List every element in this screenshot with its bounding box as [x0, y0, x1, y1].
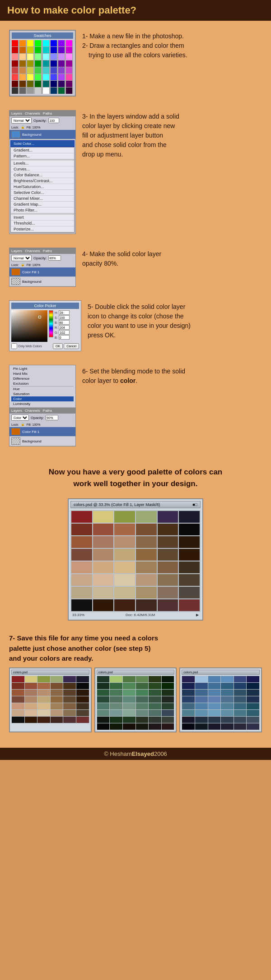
palette-cell	[162, 683, 174, 689]
opacity-input[interactable]	[48, 118, 59, 123]
menu-curves[interactable]: Curves...	[11, 166, 74, 172]
s-input[interactable]	[59, 315, 70, 320]
palette-cell	[97, 683, 110, 689]
result-cell	[71, 536, 92, 548]
step4-blend-select[interactable]: Normal	[11, 255, 32, 261]
pin-light-item[interactable]: Pin Light	[11, 366, 74, 371]
result-cell	[114, 574, 135, 586]
step6-blend-select[interactable]: Color	[11, 414, 29, 421]
menu-posterize[interactable]: Posterize...	[11, 226, 74, 232]
color-item[interactable]: Color	[11, 396, 74, 401]
step4-opacity-input[interactable]	[48, 255, 61, 261]
menu-hue-sat[interactable]: Hue/Saturation...	[11, 184, 74, 190]
grid-cell	[19, 81, 26, 87]
palette-cell	[76, 717, 89, 723]
grid-cell	[51, 87, 57, 94]
step3-line5: drop up menu.	[82, 150, 179, 159]
menu-brightness[interactable]: Brightness/Contrast...	[11, 178, 74, 184]
step1-text: 1- Make a new file in the photoshop. 2- …	[82, 30, 187, 60]
ok-button[interactable]: OK	[53, 343, 63, 349]
color-hue-bar[interactable]	[49, 310, 53, 337]
menu-selective-color[interactable]: Selective Color...	[11, 190, 74, 196]
palette-cell	[110, 723, 122, 730]
grid-cell	[35, 47, 41, 53]
grid-cell	[51, 40, 57, 46]
menu-color-balance[interactable]: Color Balance...	[11, 172, 74, 178]
grid-cell	[51, 54, 57, 60]
step4-bg-row[interactable]: Background	[9, 277, 75, 286]
palette-cell	[97, 703, 110, 709]
menu-gradient-map[interactable]: Gradient Map...	[11, 202, 74, 207]
palette2-grid	[97, 676, 175, 730]
palette-cell	[247, 676, 259, 682]
menu-photo-filter[interactable]: Photo Filter...	[11, 207, 74, 213]
step6-color-fill-row[interactable]: Color Fill 1	[9, 427, 75, 437]
palette-cell	[123, 696, 136, 703]
grid-cell	[12, 54, 18, 60]
step6-panel-tabs: Layers Channels Paths	[9, 408, 75, 414]
palette-cell	[110, 683, 122, 689]
palette-cell	[51, 690, 63, 696]
difference-item[interactable]: Difference	[11, 376, 74, 381]
grid-cell	[19, 67, 26, 74]
solid-color-menu-item[interactable]: Solid Color...	[10, 140, 75, 147]
result-cell	[158, 574, 178, 586]
h-input[interactable]	[59, 310, 70, 315]
r-input[interactable]	[59, 325, 70, 330]
palette-cell	[51, 676, 63, 682]
result-palette-panel: colors.psd @ 33.3% (Color Fill 1, Layer …	[68, 498, 203, 621]
step4-color-fill-row[interactable]: Color Fill 1	[9, 267, 75, 277]
blend-mode-select[interactable]: Normal	[11, 117, 32, 124]
menu-pattern[interactable]: Pattern...	[11, 153, 74, 159]
palette-cell	[162, 676, 174, 682]
menu-channel-mixer[interactable]: Channel Mixer...	[11, 196, 74, 202]
grid-cell	[58, 74, 65, 80]
color-gradient-square[interactable]	[11, 310, 47, 342]
cancel-button[interactable]: Cancel	[64, 343, 79, 349]
page-title: How to make color palette?	[7, 5, 136, 16]
step6-lock-row: Lock: 🔒 Fill: 100%	[9, 422, 75, 427]
middle-text-line1: Now you have a very good palette of colo…	[9, 466, 262, 478]
palette-cell	[234, 696, 247, 703]
palette-cell	[110, 696, 122, 703]
saturation-item[interactable]: Saturation	[11, 391, 74, 396]
step7-line3: and your colors are ready.	[9, 653, 262, 664]
menu-divider2	[11, 214, 74, 214]
b2-input[interactable]	[59, 335, 70, 340]
layers-normal-row: Normal Opacity:	[9, 116, 75, 124]
footer-bold: Elsayed	[132, 750, 154, 757]
result-cell	[114, 587, 135, 598]
palette-cell	[97, 723, 110, 730]
menu-invert[interactable]: Invert	[11, 215, 74, 221]
palette-cell	[12, 710, 24, 716]
layer-bg-row[interactable]: Background	[9, 130, 75, 139]
hue-item[interactable]: Hue	[11, 386, 74, 391]
exclusion-item[interactable]: Exclusion	[11, 381, 74, 386]
step-6-row: Pin Light Hard Mix Difference Exclusion …	[9, 365, 262, 446]
step4-line1: 4- Make the solid color layer	[82, 249, 161, 259]
grid-cell	[35, 40, 41, 46]
palette-cell	[182, 703, 195, 709]
palette-cell	[63, 683, 76, 689]
palette-cell	[149, 676, 161, 682]
menu-levels[interactable]: Levels...	[11, 161, 74, 166]
palette-cell	[208, 717, 221, 723]
hard-mix-item[interactable]: Hard Mix	[11, 371, 74, 376]
step6-opacity-input[interactable]	[46, 415, 58, 420]
only-web-colors-checkbox[interactable]	[11, 343, 17, 349]
grid-cell	[58, 81, 65, 87]
menu-gradient[interactable]: Gradient...	[11, 147, 74, 153]
grid-cell	[66, 40, 72, 46]
b-input[interactable]	[59, 320, 70, 325]
luminosity-item[interactable]: Luminosity	[11, 401, 74, 406]
g-input[interactable]	[59, 330, 70, 335]
palette-cell	[37, 690, 50, 696]
palette-cell	[12, 696, 24, 703]
menu-threshold[interactable]: Threshold...	[11, 221, 74, 226]
step-4-row: Layers Channels Paths Normal Opacity: Lo…	[9, 248, 262, 287]
step6-bg-row[interactable]: Background	[9, 437, 75, 446]
main-content: Swatches 1- Make a new file in the photo…	[0, 21, 271, 748]
palette-cell	[149, 710, 161, 716]
step4-lock-row: Lock: 🔒 Fill: 100%	[9, 262, 75, 267]
ps-grid-title: Swatches	[12, 32, 73, 39]
